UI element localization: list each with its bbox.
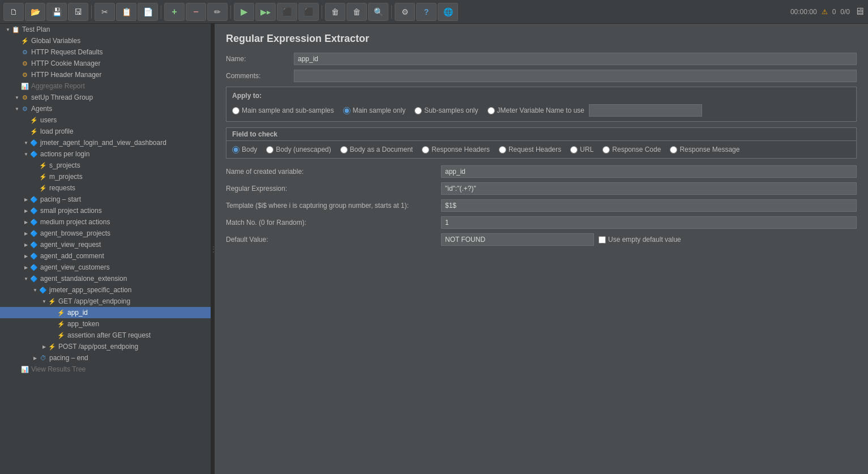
arrow-view-request	[23, 242, 29, 247]
label-post-endpoint: POST /app/post_endpoing	[58, 343, 138, 351]
tree-item-browse-projects[interactable]: 🔷 agent_browse_projects	[0, 228, 211, 239]
tree-item-app-specific[interactable]: 🔷 jmeter_app_specific_action	[0, 284, 211, 296]
tree-item-pacing-end[interactable]: ⏱ pacing – end	[0, 352, 211, 364]
tree-item-global-vars[interactable]: ⚡ Global Variables	[0, 35, 211, 46]
view-request-icon: 🔷	[29, 240, 39, 249]
apply-to-section: Apply to: Main sample and sub-samples Ma…	[226, 87, 857, 122]
shutdown-button[interactable]: ⬛	[298, 3, 319, 21]
tree-item-view-customers[interactable]: 🔷 agent_view_customers	[0, 262, 211, 273]
start-button[interactable]: ▶	[234, 3, 254, 21]
field-to-check-section: Field to check Body Body (unescaped) Bod…	[226, 127, 857, 159]
match-no-input[interactable]	[441, 216, 857, 229]
comments-input[interactable]	[294, 70, 857, 82]
global-icon: ⚡	[20, 36, 29, 45]
tree-item-users[interactable]: ⚡ users	[0, 114, 211, 126]
error-count: 0/0	[840, 8, 850, 16]
radio-response-code[interactable]: Response Code	[602, 146, 661, 153]
tree-item-standalone-ext[interactable]: 🔷 agent_standalone_extension	[0, 273, 211, 284]
radio-response-message[interactable]: Response Message	[670, 146, 739, 153]
help-button[interactable]: ?	[416, 3, 437, 21]
tree-item-agents[interactable]: ⚙ Agents	[0, 103, 211, 114]
jmeter-var-input[interactable]	[589, 104, 702, 117]
name-input[interactable]	[294, 53, 857, 65]
tree-item-post-endpoint[interactable]: ⚡ POST /app/post_endpoing	[0, 341, 211, 352]
arrow-jmeter-login	[23, 140, 29, 146]
tree-item-http-defaults[interactable]: ⚙ HTTP Request Defaults	[0, 46, 211, 58]
empty-default-text: Use empty default value	[608, 236, 681, 244]
tree-item-get-endpoint[interactable]: ⚡ GET /app/get_endpoing	[0, 296, 211, 307]
load-profile-icon: ⚡	[29, 127, 39, 136]
regex-row: Regular Expression:	[226, 182, 857, 195]
start-no-pause-button[interactable]: ▶▸	[255, 3, 276, 21]
tree-item-setup-thread[interactable]: ⚙ setUp Thread Group	[0, 92, 211, 103]
label-s-projects: s_projects	[49, 161, 80, 169]
view-results-icon: 📊	[20, 365, 29, 374]
label-setup-thread: setUp Thread Group	[31, 93, 93, 101]
radio-body[interactable]: Body	[232, 146, 257, 153]
stop-button[interactable]: ⬛	[277, 3, 297, 21]
radio-body-unescaped[interactable]: Body (unescaped)	[266, 146, 331, 153]
radio-response-headers[interactable]: Response Headers	[422, 146, 490, 153]
regex-input[interactable]	[441, 182, 857, 195]
tree-item-view-request[interactable]: 🔷 agent_view_request	[0, 239, 211, 250]
tree-item-app-id[interactable]: ⚡ app_id	[0, 307, 211, 318]
radio-main-only[interactable]: Main sample only	[343, 106, 405, 114]
default-value-row: Default Value: Use empty default value	[226, 233, 857, 246]
save-as-button[interactable]: 🖫	[68, 3, 88, 21]
setup-icon: ⚙	[20, 93, 29, 102]
main-layout: 📋 Test Plan ⚡ Global Variables ⚙ HTTP Re…	[0, 24, 868, 474]
radio-request-headers[interactable]: Request Headers	[499, 146, 561, 153]
tree-item-view-results[interactable]: 📊 View Results Tree	[0, 364, 211, 375]
search-button[interactable]: 🔍	[368, 3, 388, 21]
cut-button[interactable]: ✂	[95, 3, 115, 21]
tree-item-s-projects[interactable]: ⚡ s_projects	[0, 160, 211, 171]
tree-item-actions-per-login[interactable]: 🔷 actions per login	[0, 148, 211, 160]
tree-item-app-token[interactable]: ⚡ app_token	[0, 318, 211, 330]
tree-item-pacing-start[interactable]: 🔷 pacing – start	[0, 194, 211, 205]
tree-item-aggregate[interactable]: 📊 Aggregate Report	[0, 80, 211, 92]
created-var-input[interactable]	[441, 165, 857, 178]
radio-url[interactable]: URL	[570, 146, 593, 153]
edit-button[interactable]: ✏	[207, 3, 228, 21]
add-button[interactable]: +	[164, 3, 185, 21]
remove-button[interactable]: −	[186, 3, 206, 21]
clear-button[interactable]: 🗑	[325, 3, 345, 21]
function-helper-button[interactable]: ⚙	[395, 3, 415, 21]
tree-item-medium-project[interactable]: 🔷 medium project actions	[0, 216, 211, 228]
save-button[interactable]: 💾	[46, 3, 67, 21]
pacing-start-icon: 🔷	[29, 195, 39, 204]
toolbar-right: 00:00:00 ⚠ 0 0/0 🖥	[790, 6, 865, 18]
tree-item-load-profile[interactable]: ⚡ load profile	[0, 126, 211, 137]
radio-sub-only[interactable]: Sub-samples only	[414, 106, 478, 114]
tree-item-http-cookie[interactable]: ⚙ HTTP Cookie Manager	[0, 58, 211, 69]
default-value-input[interactable]	[441, 233, 594, 246]
paste-button[interactable]: 📄	[138, 3, 158, 21]
remote-button[interactable]: 🌐	[438, 3, 458, 21]
label-requests: requests	[49, 184, 75, 192]
toolbar: 🗋 📂 💾 🖫 ✂ 📋 📄 + − ✏ ▶ ▶▸ ⬛ ⬛ 🗑 🗑 🔍 ⚙ ? 🌐…	[0, 0, 868, 24]
tree-item-jmeter-agent-login[interactable]: 🔷 jmeter_agent_login_and_view_dashboard	[0, 137, 211, 148]
label-m-projects: m_projects	[49, 173, 83, 181]
tree-item-m-projects[interactable]: ⚡ m_projects	[0, 171, 211, 182]
radio-main-and-sub[interactable]: Main sample and sub-samples	[232, 106, 334, 114]
copy-button[interactable]: 📋	[116, 3, 136, 21]
radio-body-doc[interactable]: Body as a Document	[340, 146, 413, 153]
field-to-check-body: Body Body (unescaped) Body as a Document…	[226, 141, 856, 158]
tree-item-test-plan[interactable]: 📋 Test Plan	[0, 24, 211, 35]
tree-item-requests[interactable]: ⚡ requests	[0, 182, 211, 194]
template-input[interactable]	[441, 199, 857, 212]
tree-item-small-project[interactable]: 🔷 small project actions	[0, 205, 211, 216]
label-assertion-get: assertion after GET request	[67, 331, 151, 339]
arrow-small-project	[23, 208, 29, 213]
empty-default-checkbox[interactable]	[598, 236, 606, 244]
tree-item-add-comment[interactable]: 🔷 agent_add_comment	[0, 250, 211, 262]
tree-item-http-header[interactable]: ⚙ HTTP Header Manager	[0, 69, 211, 80]
empty-default-checkbox-label[interactable]: Use empty default value	[598, 236, 681, 244]
open-button[interactable]: 📂	[25, 3, 45, 21]
new-button[interactable]: 🗋	[3, 3, 24, 21]
sep4	[322, 5, 322, 19]
radio-jmeter-var[interactable]: JMeter Variable Name to use	[488, 104, 703, 117]
clear-all-button[interactable]: 🗑	[347, 3, 367, 21]
tree-item-assertion-get[interactable]: ⚡ assertion after GET request	[0, 330, 211, 341]
default-value-label: Default Value:	[226, 236, 441, 244]
